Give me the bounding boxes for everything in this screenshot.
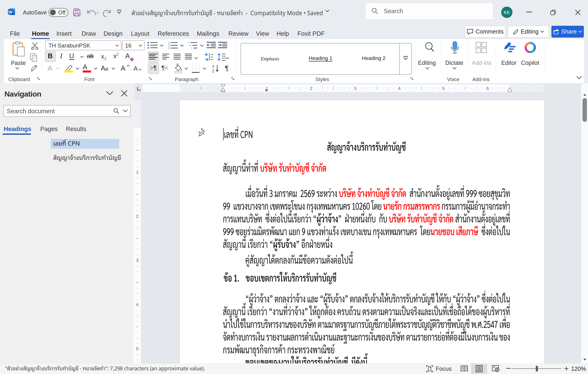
svg-text:5: 5: [442, 86, 445, 91]
svg-text:2: 2: [310, 86, 313, 91]
svg-text:3: 3: [136, 258, 139, 263]
svg-text:3: 3: [354, 86, 357, 91]
svg-text:2: 2: [136, 214, 139, 219]
svg-text:5: 5: [136, 346, 139, 351]
svg-text:1: 1: [136, 170, 139, 175]
svg-text:6: 6: [486, 86, 489, 91]
svg-text:4: 4: [398, 86, 401, 91]
svg-text:4: 4: [136, 302, 139, 307]
